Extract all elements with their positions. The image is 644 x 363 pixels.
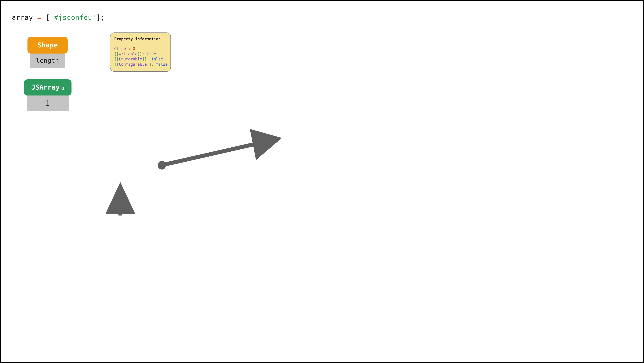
jsarray-header: JSArray a xyxy=(24,79,72,96)
enumerable-key: Enumerable xyxy=(119,57,142,61)
code-assign: = xyxy=(33,14,46,21)
enumerable-colon: : xyxy=(147,57,151,61)
configurable-key: Configurable xyxy=(119,62,147,67)
jsarray-header-sub: a xyxy=(61,85,64,91)
offset-value: 0 xyxy=(133,47,135,51)
property-info-box: Property information Offset: 0 [[Writabl… xyxy=(110,33,171,72)
configurable-value: false xyxy=(156,62,168,67)
property-info-writable: [[Writable]]: true xyxy=(114,52,166,57)
configurable-open: [[ xyxy=(114,62,119,67)
jsarray-length-value: 1 xyxy=(46,99,50,107)
shape-header-label: Shape xyxy=(38,41,58,49)
property-info-heading: Property information xyxy=(114,37,166,42)
writable-key: Writable xyxy=(119,52,138,56)
slide-frame: array = ['#jsconfeu']; Shape 'length' JS… xyxy=(0,0,644,363)
shape-length-label: 'length' xyxy=(32,57,63,64)
writable-open: [[ xyxy=(114,52,119,56)
code-line: array = ['#jsconfeu']; xyxy=(12,14,105,21)
property-info-configurable: [[Configurable]]: false xyxy=(114,62,166,67)
jsarray-header-main: JSArray xyxy=(31,83,60,91)
configurable-colon: : xyxy=(151,62,156,67)
property-info-enumerable: [[Enumerable]]: false xyxy=(114,57,166,62)
jsarray-length-cell: 1 xyxy=(27,96,68,111)
property-info-offset: Offset: 0 xyxy=(114,46,166,51)
arrows-overlay xyxy=(1,1,643,362)
svg-point-1 xyxy=(158,161,166,170)
code-identifier: array xyxy=(12,14,33,21)
offset-key: Offset xyxy=(114,47,128,51)
enumerable-open: [[ xyxy=(114,57,119,61)
code-lbracket: [ xyxy=(46,14,50,21)
shape-length-cell: 'length' xyxy=(30,54,65,68)
enumerable-close: ]] xyxy=(142,57,147,61)
writable-close: ]] xyxy=(138,52,142,56)
writable-colon: : xyxy=(142,52,147,56)
offset-colon: : xyxy=(128,47,133,51)
shape-header: Shape xyxy=(28,37,68,54)
code-rbracket: ]; xyxy=(96,14,105,21)
configurable-close: ]] xyxy=(147,62,151,67)
svg-line-2 xyxy=(162,140,275,165)
code-string: '#jsconfeu' xyxy=(50,14,96,21)
enumerable-value: false xyxy=(151,57,163,61)
writable-value: true xyxy=(147,52,156,56)
